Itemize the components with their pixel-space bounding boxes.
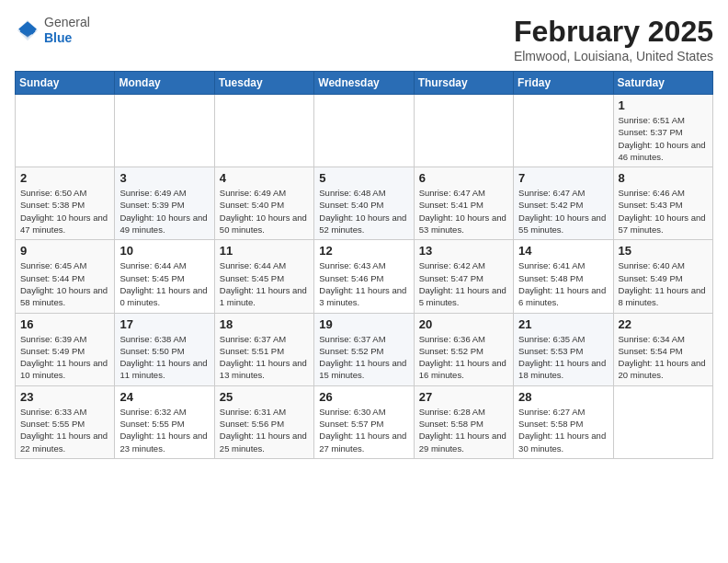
col-header-tuesday: Tuesday — [214, 72, 313, 95]
day-cell: 4Sunrise: 6:49 AM Sunset: 5:40 PM Daylig… — [214, 167, 313, 240]
calendar-header-row: SundayMondayTuesdayWednesdayThursdayFrid… — [16, 72, 713, 95]
day-cell: 6Sunrise: 6:47 AM Sunset: 5:41 PM Daylig… — [414, 167, 513, 240]
day-info: Sunrise: 6:50 AM Sunset: 5:38 PM Dayligh… — [20, 187, 109, 236]
day-info: Sunrise: 6:47 AM Sunset: 5:41 PM Dayligh… — [419, 187, 508, 236]
day-number: 21 — [518, 317, 608, 331]
day-number: 22 — [619, 317, 708, 331]
day-cell: 5Sunrise: 6:48 AM Sunset: 5:40 PM Daylig… — [314, 167, 414, 240]
day-info: Sunrise: 6:51 AM Sunset: 5:37 PM Dayligh… — [619, 114, 708, 163]
day-number: 3 — [119, 171, 209, 185]
col-header-friday: Friday — [514, 72, 613, 95]
day-number: 28 — [518, 390, 608, 404]
day-cell: 3Sunrise: 6:49 AM Sunset: 5:39 PM Daylig… — [115, 167, 214, 240]
day-number: 12 — [319, 244, 408, 258]
day-info: Sunrise: 6:37 AM Sunset: 5:51 PM Dayligh… — [220, 333, 309, 382]
day-info: Sunrise: 6:37 AM Sunset: 5:52 PM Dayligh… — [319, 333, 408, 382]
day-info: Sunrise: 6:46 AM Sunset: 5:43 PM Dayligh… — [619, 187, 708, 236]
day-number: 26 — [319, 390, 408, 404]
title-block: February 2025 Elmwood, Louisiana, United… — [514, 15, 713, 63]
day-number: 16 — [20, 317, 109, 331]
day-cell — [514, 95, 613, 167]
day-info: Sunrise: 6:30 AM Sunset: 5:57 PM Dayligh… — [319, 406, 408, 454]
day-cell: 22Sunrise: 6:34 AM Sunset: 5:54 PM Dayli… — [613, 313, 712, 385]
day-info: Sunrise: 6:31 AM Sunset: 5:56 PM Dayligh… — [220, 406, 309, 454]
logo-general: General — [44, 15, 90, 29]
day-number: 8 — [619, 171, 708, 185]
day-number: 19 — [319, 317, 408, 331]
day-number: 4 — [220, 171, 309, 185]
day-cell — [214, 95, 313, 167]
day-number: 20 — [419, 317, 508, 331]
day-info: Sunrise: 6:49 AM Sunset: 5:40 PM Dayligh… — [220, 187, 309, 236]
day-info: Sunrise: 6:44 AM Sunset: 5:45 PM Dayligh… — [220, 259, 309, 308]
day-info: Sunrise: 6:36 AM Sunset: 5:52 PM Dayligh… — [419, 333, 508, 382]
day-number: 24 — [119, 390, 209, 404]
day-info: Sunrise: 6:33 AM Sunset: 5:55 PM Dayligh… — [20, 406, 109, 454]
day-cell: 9Sunrise: 6:45 AM Sunset: 5:44 PM Daylig… — [16, 240, 115, 313]
day-cell: 18Sunrise: 6:37 AM Sunset: 5:51 PM Dayli… — [214, 313, 313, 385]
day-info: Sunrise: 6:28 AM Sunset: 5:58 PM Dayligh… — [419, 406, 508, 454]
day-cell: 23Sunrise: 6:33 AM Sunset: 5:55 PM Dayli… — [16, 385, 115, 458]
day-cell — [414, 95, 513, 167]
day-cell: 28Sunrise: 6:27 AM Sunset: 5:58 PM Dayli… — [514, 385, 613, 458]
day-cell: 15Sunrise: 6:40 AM Sunset: 5:49 PM Dayli… — [613, 240, 712, 313]
day-cell: 13Sunrise: 6:42 AM Sunset: 5:47 PM Dayli… — [414, 240, 513, 313]
day-info: Sunrise: 6:45 AM Sunset: 5:44 PM Dayligh… — [20, 259, 109, 308]
day-number: 9 — [20, 244, 109, 258]
day-cell: 21Sunrise: 6:35 AM Sunset: 5:53 PM Dayli… — [514, 313, 613, 385]
day-number: 18 — [220, 317, 309, 331]
month-title: February 2025 — [514, 15, 713, 49]
calendar-table: SundayMondayTuesdayWednesdayThursdayFrid… — [15, 71, 713, 459]
day-cell: 20Sunrise: 6:36 AM Sunset: 5:52 PM Dayli… — [414, 313, 513, 385]
day-number: 2 — [20, 171, 109, 185]
day-cell: 12Sunrise: 6:43 AM Sunset: 5:46 PM Dayli… — [314, 240, 414, 313]
day-cell: 19Sunrise: 6:37 AM Sunset: 5:52 PM Dayli… — [314, 313, 414, 385]
logo-text: General Blue — [44, 15, 90, 46]
day-number: 7 — [518, 171, 608, 185]
location-label: Elmwood, Louisiana, United States — [514, 49, 713, 63]
day-cell: 14Sunrise: 6:41 AM Sunset: 5:48 PM Dayli… — [514, 240, 613, 313]
day-cell: 7Sunrise: 6:47 AM Sunset: 5:42 PM Daylig… — [514, 167, 613, 240]
logo: General Blue — [15, 15, 90, 46]
day-info: Sunrise: 6:41 AM Sunset: 5:48 PM Dayligh… — [518, 259, 608, 308]
page-header: General Blue February 2025 Elmwood, Loui… — [15, 15, 713, 63]
day-number: 15 — [619, 244, 708, 258]
day-number: 1 — [619, 98, 708, 112]
day-number: 14 — [518, 244, 608, 258]
week-row: 16Sunrise: 6:39 AM Sunset: 5:49 PM Dayli… — [16, 313, 713, 385]
day-cell: 11Sunrise: 6:44 AM Sunset: 5:45 PM Dayli… — [214, 240, 313, 313]
week-row: 23Sunrise: 6:33 AM Sunset: 5:55 PM Dayli… — [16, 385, 713, 458]
day-cell: 24Sunrise: 6:32 AM Sunset: 5:55 PM Dayli… — [115, 385, 214, 458]
day-number: 23 — [20, 390, 109, 404]
week-row: 1Sunrise: 6:51 AM Sunset: 5:37 PM Daylig… — [16, 95, 713, 167]
col-header-wednesday: Wednesday — [314, 72, 414, 95]
day-cell: 17Sunrise: 6:38 AM Sunset: 5:50 PM Dayli… — [115, 313, 214, 385]
day-info: Sunrise: 6:39 AM Sunset: 5:49 PM Dayligh… — [20, 333, 109, 382]
day-info: Sunrise: 6:44 AM Sunset: 5:45 PM Dayligh… — [119, 259, 209, 308]
day-cell — [314, 95, 414, 167]
day-info: Sunrise: 6:34 AM Sunset: 5:54 PM Dayligh… — [619, 333, 708, 382]
day-number: 5 — [319, 171, 408, 185]
logo-icon — [15, 17, 40, 43]
day-number: 6 — [419, 171, 508, 185]
day-info: Sunrise: 6:40 AM Sunset: 5:49 PM Dayligh… — [619, 259, 708, 308]
week-row: 2Sunrise: 6:50 AM Sunset: 5:38 PM Daylig… — [16, 167, 713, 240]
day-cell: 16Sunrise: 6:39 AM Sunset: 5:49 PM Dayli… — [16, 313, 115, 385]
day-info: Sunrise: 6:47 AM Sunset: 5:42 PM Dayligh… — [518, 187, 608, 236]
day-number: 11 — [220, 244, 309, 258]
day-info: Sunrise: 6:38 AM Sunset: 5:50 PM Dayligh… — [119, 333, 209, 382]
day-cell: 10Sunrise: 6:44 AM Sunset: 5:45 PM Dayli… — [115, 240, 214, 313]
day-cell: 25Sunrise: 6:31 AM Sunset: 5:56 PM Dayli… — [214, 385, 313, 458]
col-header-sunday: Sunday — [16, 72, 115, 95]
day-number: 17 — [119, 317, 209, 331]
day-info: Sunrise: 6:32 AM Sunset: 5:55 PM Dayligh… — [119, 406, 209, 454]
day-info: Sunrise: 6:49 AM Sunset: 5:39 PM Dayligh… — [119, 187, 209, 236]
day-cell: 8Sunrise: 6:46 AM Sunset: 5:43 PM Daylig… — [613, 167, 712, 240]
day-cell — [115, 95, 214, 167]
day-info: Sunrise: 6:35 AM Sunset: 5:53 PM Dayligh… — [518, 333, 608, 382]
col-header-saturday: Saturday — [613, 72, 712, 95]
day-number: 10 — [119, 244, 209, 258]
day-number: 25 — [220, 390, 309, 404]
day-info: Sunrise: 6:48 AM Sunset: 5:40 PM Dayligh… — [319, 187, 408, 236]
logo-blue: Blue — [44, 30, 72, 45]
